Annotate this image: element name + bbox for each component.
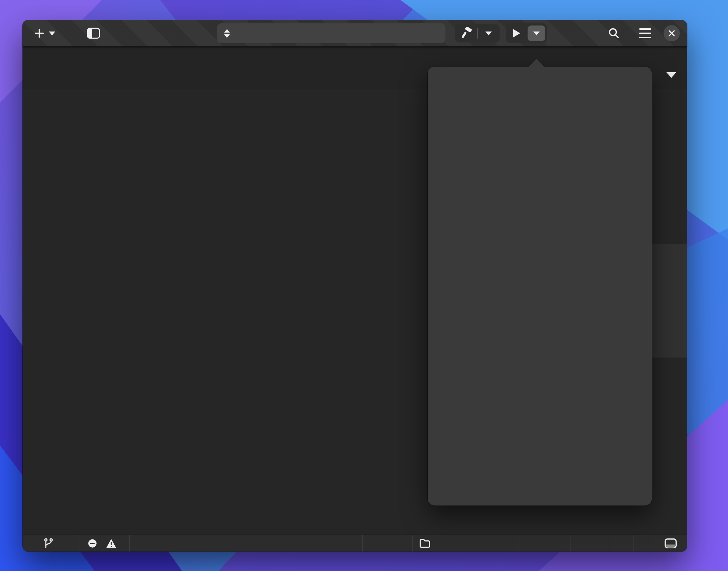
warning-count-icon	[106, 538, 116, 548]
play-icon	[513, 29, 520, 38]
git-branch-icon	[43, 538, 54, 549]
search-button[interactable]	[603, 25, 625, 42]
run-options-dropdown[interactable]	[528, 25, 545, 41]
hammer-icon	[460, 27, 473, 40]
run-menu-popover	[428, 67, 652, 506]
statusbar-line-ending[interactable]	[610, 535, 633, 552]
build-split-button[interactable]	[455, 24, 500, 42]
run-split-button[interactable]	[506, 23, 547, 43]
bottom-panel-icon	[664, 538, 677, 549]
status-bar	[23, 535, 687, 552]
toggle-left-panel-button[interactable]	[86, 25, 101, 42]
sidebar-panel-icon	[86, 27, 101, 39]
statusbar-language[interactable]	[633, 535, 654, 552]
error-count-icon	[87, 538, 97, 548]
statusbar-encoding[interactable]	[570, 535, 610, 552]
statusbar-project-folder[interactable]	[412, 535, 437, 552]
new-tab-button[interactable]	[32, 25, 57, 42]
statusbar-diagnostics[interactable]	[79, 535, 130, 552]
close-icon	[668, 29, 676, 37]
main-menu-button[interactable]	[635, 25, 656, 42]
project-selector-button[interactable]	[217, 23, 445, 43]
statusbar-cursor-position[interactable]	[437, 535, 518, 552]
chevron-down-icon	[533, 32, 540, 35]
sort-arrows-icon	[224, 29, 230, 38]
header-bar	[23, 20, 687, 46]
statusbar-branch[interactable]	[23, 535, 79, 552]
build-options-dropdown[interactable]	[478, 24, 500, 42]
builder-window	[23, 20, 687, 552]
minimap-viewport	[652, 244, 687, 358]
plus-icon	[34, 28, 45, 39]
search-icon	[608, 27, 620, 39]
statusbar-bottom-panel-toggle[interactable]	[654, 535, 687, 552]
chevron-down-icon	[49, 32, 55, 35]
minimap[interactable]	[652, 89, 687, 535]
chevron-down-icon	[485, 32, 492, 35]
tab-list-dropdown[interactable]	[666, 72, 676, 78]
build-button[interactable]	[455, 24, 477, 42]
folder-icon	[419, 538, 431, 549]
popover-arrow	[529, 59, 544, 67]
statusbar-spacer	[130, 535, 362, 552]
hamburger-icon	[639, 28, 651, 30]
statusbar-indentation[interactable]	[518, 535, 570, 552]
close-window-button[interactable]	[662, 25, 681, 42]
statusbar-function-context[interactable]	[362, 535, 412, 552]
